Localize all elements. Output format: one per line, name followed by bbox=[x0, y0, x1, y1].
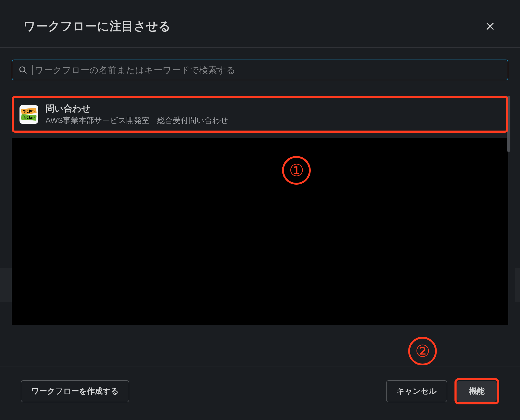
modal-body: Ticket Ticket 問い合わせ AWS事業本部サービス開発室 総合受付問… bbox=[0, 48, 520, 366]
workflow-result-item[interactable]: Ticket Ticket 問い合わせ AWS事業本部サービス開発室 総合受付問… bbox=[12, 96, 508, 133]
workflow-app-icon: Ticket Ticket bbox=[20, 105, 38, 124]
text-cursor bbox=[32, 65, 33, 75]
left-bg-strip bbox=[0, 268, 12, 302]
ticket-icon-bottom: Ticket bbox=[21, 114, 36, 121]
modal-title: ワークフローに注目させる bbox=[23, 18, 171, 34]
svg-line-3 bbox=[24, 71, 26, 73]
search-field[interactable] bbox=[12, 60, 508, 80]
modal-header: ワークフローに注目させる bbox=[0, 0, 520, 47]
footer-right-group: キャンセル 機能 bbox=[386, 378, 499, 404]
close-button[interactable] bbox=[484, 20, 497, 33]
close-icon bbox=[485, 21, 495, 31]
right-bg-strip bbox=[515, 268, 520, 302]
results-list: Ticket Ticket 問い合わせ AWS事業本部サービス開発室 総合受付問… bbox=[12, 96, 508, 335]
cancel-button[interactable]: キャンセル bbox=[386, 380, 447, 402]
confirm-button[interactable]: 機能 bbox=[457, 381, 497, 402]
results-empty-area bbox=[12, 138, 508, 325]
create-workflow-button[interactable]: ワークフローを作成する bbox=[21, 380, 129, 402]
search-input[interactable] bbox=[35, 65, 502, 75]
search-icon bbox=[18, 66, 27, 74]
confirm-button-highlight: 機能 bbox=[454, 378, 499, 404]
result-title: 問い合わせ bbox=[46, 103, 228, 115]
result-text-block: 問い合わせ AWS事業本部サービス開発室 総合受付問い合わせ bbox=[46, 103, 228, 126]
result-subtitle: AWS事業本部サービス開発室 総合受付問い合わせ bbox=[46, 115, 228, 126]
modal-footer: ワークフローを作成する キャンセル 機能 bbox=[0, 366, 520, 420]
ticket-icon-top: Ticket bbox=[21, 108, 37, 115]
workflow-focus-modal: ワークフローに注目させる Ticket bbox=[0, 0, 520, 420]
